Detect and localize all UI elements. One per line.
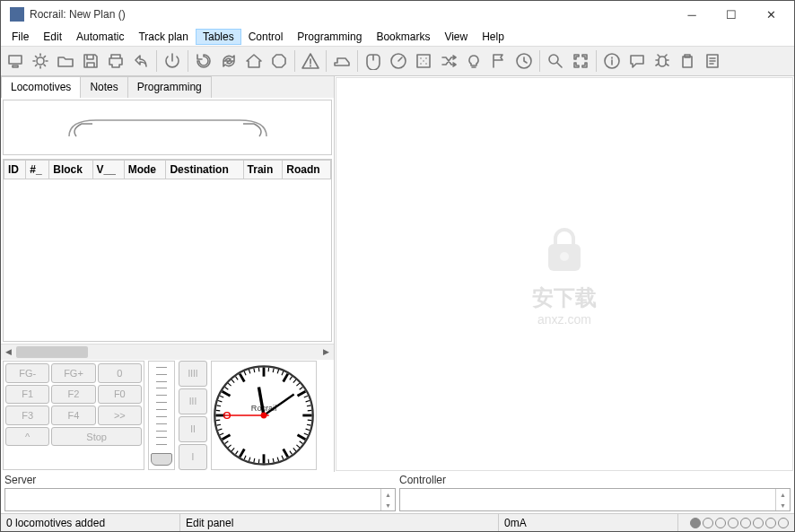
mouse-icon[interactable] [361, 48, 386, 74]
locomotive-icon[interactable] [329, 48, 354, 74]
tab-programming[interactable]: Programming [127, 76, 212, 98]
scroll-right-icon[interactable]: ▶ [319, 344, 334, 360]
col-v[interactable]: V__ [92, 161, 124, 179]
f0-button[interactable]: F0 [98, 385, 142, 405]
print-icon[interactable] [103, 48, 128, 74]
caret-button[interactable]: ^ [5, 427, 49, 447]
bug-icon[interactable] [650, 48, 675, 74]
locomotive-image [3, 100, 332, 155]
menu-automatic[interactable]: Automatic [69, 29, 131, 45]
flag-icon[interactable] [486, 48, 511, 74]
zero-button[interactable]: 0 [98, 363, 142, 383]
shuffle-icon[interactable] [436, 48, 461, 74]
chat-icon[interactable] [625, 48, 650, 74]
light-icon[interactable] [461, 48, 486, 74]
clock-icon[interactable] [511, 48, 537, 74]
gauge-icon[interactable] [386, 48, 411, 74]
home-icon[interactable] [241, 48, 266, 74]
col-mode[interactable]: Mode [124, 161, 166, 179]
dir-iii-button[interactable]: III [179, 388, 207, 414]
status-dot [728, 518, 738, 528]
svg-point-64 [560, 252, 569, 261]
fg-minus-button[interactable]: FG- [5, 363, 49, 383]
f3-button[interactable]: F3 [5, 406, 49, 425]
f4-button[interactable]: F4 [51, 406, 95, 425]
minimize-button[interactable]: ─ [672, 1, 712, 28]
fit-icon[interactable] [568, 48, 593, 74]
throttle-handle[interactable] [151, 453, 172, 466]
tabs: LocomotivesNotesProgramming [1, 76, 334, 98]
plan-canvas[interactable]: 安下载 anxz.com [336, 77, 793, 471]
menu-edit[interactable]: Edit [36, 29, 69, 45]
dir-iiii-button[interactable]: IIII [179, 361, 207, 387]
close-button[interactable]: ✕ [751, 1, 791, 28]
status-dot [778, 518, 789, 528]
status-dot [765, 518, 776, 528]
monitor-icon[interactable] [3, 48, 28, 74]
up-arrow-icon[interactable]: ▲ [380, 489, 395, 500]
stop-icon[interactable] [266, 48, 292, 74]
scroll-left-icon[interactable]: ◀ [1, 344, 16, 360]
save-icon[interactable] [78, 48, 103, 74]
down-arrow-icon[interactable]: ▼ [380, 500, 395, 510]
menu-bookmarks[interactable]: Bookmarks [369, 29, 437, 45]
locomotive-table[interactable]: ID#_BlockV__ModeDestinationTrainRoadn [3, 159, 332, 342]
dir-ii-button[interactable]: II [179, 416, 207, 442]
f1-button[interactable]: F1 [5, 385, 49, 405]
menu-tables[interactable]: Tables [196, 29, 241, 45]
dir-i-button[interactable]: I [179, 444, 207, 470]
up-arrow-icon[interactable]: ▲ [775, 489, 790, 500]
tab-notes[interactable]: Notes [80, 76, 127, 98]
menu-programming[interactable]: Programming [290, 29, 369, 45]
throttle-slider[interactable] [148, 361, 175, 470]
tab-locomotives[interactable]: Locomotives [1, 76, 81, 98]
clipboard-icon[interactable] [675, 48, 700, 74]
col-[interactable]: #_ [26, 161, 49, 179]
toolbar [1, 46, 794, 76]
menu-help[interactable]: Help [475, 29, 511, 45]
fg-plus-button[interactable]: FG+ [51, 363, 95, 383]
menu-file[interactable]: File [4, 29, 36, 45]
power-icon[interactable] [160, 48, 185, 74]
warning-icon[interactable] [298, 48, 323, 74]
maximize-button[interactable]: ☐ [712, 1, 751, 28]
zoom-icon[interactable] [543, 48, 568, 74]
down-arrow-icon[interactable]: ▼ [775, 500, 790, 510]
col-id[interactable]: ID [4, 161, 26, 179]
undo-icon[interactable] [128, 48, 153, 74]
status-dot [703, 518, 713, 528]
server-box[interactable]: ▲▼ [4, 488, 396, 511]
horizontal-scrollbar[interactable]: ◀ ▶ [1, 344, 334, 359]
status-current: 0mA [499, 514, 678, 531]
controller-box[interactable]: ▲▼ [399, 488, 791, 511]
forward-button[interactable]: >> [98, 406, 142, 425]
dice-icon[interactable] [411, 48, 436, 74]
watermark-sub: anxz.com [532, 312, 597, 327]
menu-view[interactable]: View [437, 29, 475, 45]
col-train[interactable]: Train [243, 161, 283, 179]
status-mode: Edit panel [180, 514, 499, 531]
status-panels: Server ▲▼ Controller ▲▼ [1, 472, 794, 513]
menu-track-plan[interactable]: Track plan [131, 29, 196, 45]
info-icon[interactable] [599, 48, 625, 74]
col-block[interactable]: Block [49, 161, 92, 179]
lock-icon [537, 222, 591, 276]
main-area: LocomotivesNotesProgramming ID#_BlockV__… [1, 76, 794, 472]
status-locos: 0 locomotives added [1, 514, 180, 531]
notes-icon[interactable] [700, 48, 725, 74]
open-icon[interactable] [53, 48, 78, 74]
status-dot [715, 518, 726, 528]
scroll-thumb[interactable] [16, 346, 88, 358]
col-destination[interactable]: Destination [166, 161, 243, 179]
clock-panel: Rocrail [211, 361, 317, 470]
control-panel: FG- FG+ 0 F1 F2 F0 F3 F4 >> ^ Stop IIIII… [3, 361, 332, 470]
col-roadn[interactable]: Roadn [283, 161, 331, 179]
scroll-track[interactable] [16, 344, 319, 360]
menu-control[interactable]: Control [241, 29, 291, 45]
gears-icon[interactable] [28, 48, 53, 74]
restart-icon[interactable] [191, 48, 216, 74]
watermark: 安下载 anxz.com [532, 222, 597, 327]
f2-button[interactable]: F2 [51, 385, 95, 405]
sync-icon[interactable] [216, 48, 241, 74]
stop-button[interactable]: Stop [51, 427, 142, 447]
